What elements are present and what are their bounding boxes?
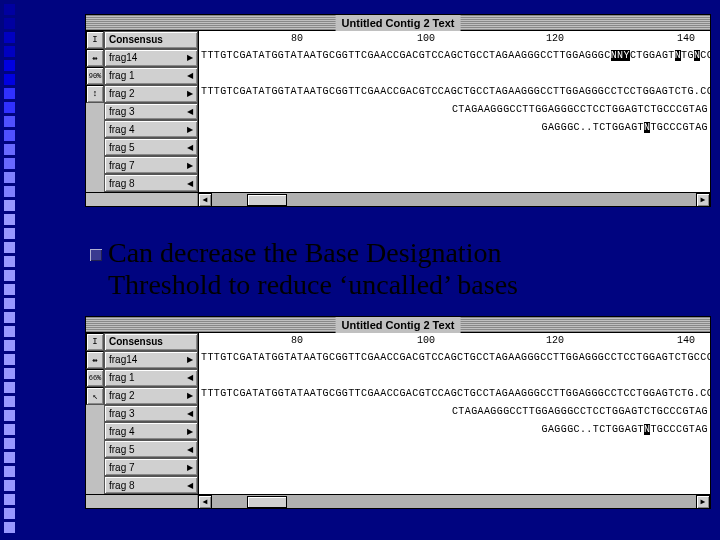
direction-arrow-icon: ◀ [187,481,193,490]
slide-caption: Can decrease the Base Designation Thresh… [108,237,518,301]
frag3-sequence: GAGGGC..TCTGGAGTNTGCCCGTAG [199,119,710,137]
bottom-bar: ◀ ▶ [86,192,710,206]
row-label-consensus[interactable]: Consensus [104,31,198,49]
row-label-frag5[interactable]: frag 5◀ [104,440,198,458]
direction-arrow-icon: ▶ [187,89,193,98]
direction-arrow-icon: ▶ [187,427,193,436]
titlebar[interactable]: Untitled Contig 2 Text [86,317,710,333]
sequence-area[interactable]: 80 100 120 140 TTTGTCGATATGGTATAATGCGGTT… [198,31,710,192]
threshold-percent-button[interactable]: 90% [86,67,104,85]
row-label-frag8[interactable]: frag 8◀ [104,476,198,494]
direction-arrow-icon: ▶ [187,125,193,134]
split-tool-icon[interactable]: ⇹ [86,49,104,67]
direction-arrow-icon: ◀ [187,445,193,454]
row-label-frag2[interactable]: frag 2▶ [104,85,198,103]
direction-arrow-icon: ▶ [187,391,193,400]
titlebar[interactable]: Untitled Contig 2 Text [86,15,710,31]
row-label-frag3[interactable]: frag 3◀ [104,103,198,121]
scroll-thumb[interactable] [247,496,287,508]
direction-arrow-icon: ◀ [187,373,193,382]
row-label-frag14[interactable]: frag14▶ [104,49,198,67]
scroll-thumb[interactable] [247,194,287,206]
scroll-right-icon[interactable]: ▶ [696,495,710,509]
window-title: Untitled Contig 2 Text [336,317,461,333]
direction-arrow-icon: ▶ [187,355,193,364]
frag1-sequence: TTTGTCGATATGGTATAATGCGGTTCGAACCGACGTCCAG… [199,385,710,403]
frag14-sequence [199,65,710,83]
scroll-left-icon[interactable]: ◀ [198,193,212,207]
direction-arrow-icon: ▶ [187,53,193,62]
bottom-bar: ◀ ▶ [86,494,710,508]
ibeam-tool-icon[interactable]: I [86,333,104,351]
frag3-sequence: GAGGGC..TCTGGAGTNTGCCCGTAG [199,421,710,439]
ibeam-tool-icon[interactable]: I [86,31,104,49]
consensus-sequence: TTTGTCGATATGGTATAATGCGGTTCGAACCGACGTCCAG… [199,349,710,367]
row-label-frag5[interactable]: frag 5◀ [104,138,198,156]
scroll-right-icon[interactable]: ▶ [696,193,710,207]
frag2-sequence: CTAGAAGGGCCTTGGAGGGCCTCCTGGAGTCTGCCCGTAG [199,101,710,119]
scroll-left-icon[interactable]: ◀ [198,495,212,509]
direction-arrow-icon: ◀ [187,71,193,80]
cursor-tool-icon[interactable]: ↖ [86,387,104,405]
direction-arrow-icon: ◀ [187,143,193,152]
window-title: Untitled Contig 2 Text [336,15,461,31]
contig-window-bottom: Untitled Contig 2 Text I ⇹ 66% ↖ Consens… [85,316,711,509]
direction-arrow-icon: ◀ [187,409,193,418]
threshold-percent-button[interactable]: 66% [86,369,104,387]
row-label-consensus[interactable]: Consensus [104,333,198,351]
direction-arrow-icon: ◀ [187,107,193,116]
row-label-frag4[interactable]: frag 4▶ [104,120,198,138]
slide-decoration [4,4,15,533]
row-label-frag4[interactable]: frag 4▶ [104,422,198,440]
contig-window-top: Untitled Contig 2 Text I ⇹ 90% ↕ Consens… [85,14,711,207]
row-label-frag1[interactable]: frag 1◀ [104,369,198,387]
consensus-sequence: TTTGTCGATATGGTATAATGCGGTTCGAACCGACGTCCAG… [199,47,710,65]
frag1-sequence: TTTGTCGATATGGTATAATGCGGTTCGAACCGACGTCCAG… [199,83,710,101]
row-label-frag7[interactable]: frag 7▶ [104,458,198,476]
row-label-frag7[interactable]: frag 7▶ [104,156,198,174]
direction-arrow-icon: ▶ [187,463,193,472]
horizontal-scrollbar[interactable]: ◀ ▶ [198,495,710,508]
row-label-frag2[interactable]: frag 2▶ [104,387,198,405]
row-label-frag8[interactable]: frag 8◀ [104,174,198,192]
frag14-sequence [199,367,710,385]
row-label-frag1[interactable]: frag 1◀ [104,67,198,85]
row-label-frag3[interactable]: frag 3◀ [104,405,198,423]
sequence-area[interactable]: 80 100 120 140 TTTGTCGATATGGTATAATGCGGTT… [198,333,710,494]
horizontal-scrollbar[interactable]: ◀ ▶ [198,193,710,206]
row-label-frag14[interactable]: frag14▶ [104,351,198,369]
frag2-sequence: CTAGAAGGGCCTTGGAGGGCCTCCTGGAGTCTGCCCGTAG [199,403,710,421]
direction-arrow-icon: ▶ [187,161,193,170]
bullet-icon [90,249,102,261]
direction-arrow-icon: ◀ [187,179,193,188]
updown-tool-icon[interactable]: ↕ [86,85,104,103]
split-tool-icon[interactable]: ⇹ [86,351,104,369]
